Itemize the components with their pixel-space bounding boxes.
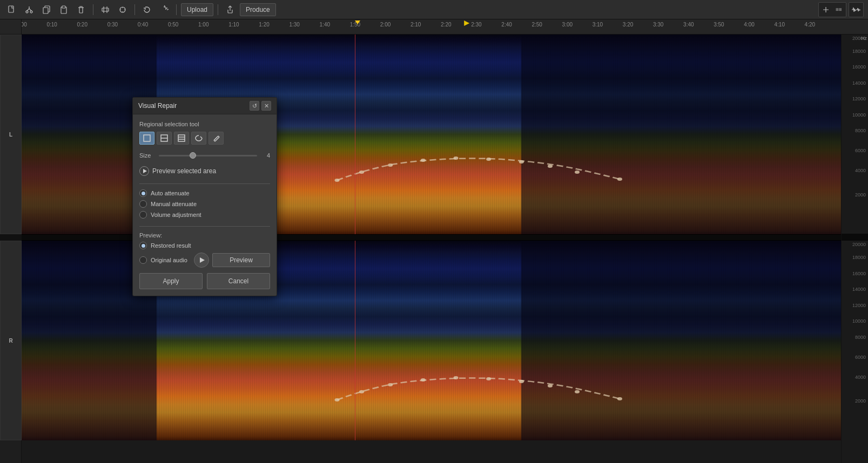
preview-section: Preview: Restored result Original audio … xyxy=(139,232,270,268)
freq-scale-sep xyxy=(842,234,868,241)
freq-6000: 6000 xyxy=(855,148,866,153)
ruler-tick-16: 2:40 xyxy=(501,22,512,28)
track-L-dark-right xyxy=(521,35,841,234)
size-label: Size xyxy=(139,152,154,159)
ruler-tick-0: 0:00 xyxy=(22,22,27,28)
main-area: L R xyxy=(0,35,868,463)
ruler-tick-1: 0:10 xyxy=(46,22,57,28)
preview-play-button[interactable] xyxy=(194,253,209,268)
ruler-tick-14: 2:20 xyxy=(441,22,451,28)
toolbar: Upload Produce ≡≡ xyxy=(0,0,868,19)
preview-controls-row: Original audio Preview xyxy=(139,253,270,268)
cancel-button[interactable]: Cancel xyxy=(207,273,270,289)
dialog-controls: ↺ ✕ xyxy=(250,101,271,111)
svg-rect-41 xyxy=(178,135,185,141)
freq-R-18000: 18000 xyxy=(852,255,866,260)
dialog-collapse-button[interactable]: ↺ xyxy=(250,101,259,111)
radio-restored-circle xyxy=(139,242,147,249)
tool-buttons xyxy=(139,132,270,145)
svg-line-3 xyxy=(27,9,29,11)
freq-16000: 16000 xyxy=(852,64,866,70)
tool-rect-button[interactable] xyxy=(139,132,154,145)
ruler-tick-2: 0:20 xyxy=(77,22,88,28)
ruler-tick-21: 3:30 xyxy=(653,22,663,28)
trim-button[interactable] xyxy=(98,2,113,17)
radio-volume-adjust[interactable]: Volume adjustment xyxy=(139,211,270,219)
dialog-titlebar[interactable]: Visual Repair ↺ ✕ xyxy=(133,98,277,114)
svg-point-19 xyxy=(359,171,364,174)
svg-point-21 xyxy=(421,159,426,162)
svg-point-2 xyxy=(30,11,32,13)
svg-line-48 xyxy=(214,140,215,141)
freq-unit: Hz xyxy=(861,36,867,41)
tool-rect3-button[interactable] xyxy=(174,132,189,145)
end-marker xyxy=(464,21,469,26)
svg-line-44 xyxy=(200,137,202,138)
svg-line-4 xyxy=(29,9,31,11)
ruler-tick-25: 4:10 xyxy=(774,22,784,28)
radio-original-circle xyxy=(139,256,147,264)
produce-button[interactable]: Produce xyxy=(240,3,276,16)
preview-section-label: Preview: xyxy=(139,232,270,239)
freq-R-4000: 4000 xyxy=(855,375,866,380)
freq-18000: 18000 xyxy=(852,49,866,54)
track-L-playhead xyxy=(355,35,355,234)
radio-restored-label: Restored result xyxy=(151,242,191,249)
track-R-dark-right xyxy=(521,241,841,440)
freq-12000: 12000 xyxy=(852,96,866,101)
track-label-R[interactable]: R xyxy=(0,241,22,440)
dialog-close-button[interactable]: ✕ xyxy=(261,101,271,111)
radio-auto-attenuate[interactable]: Auto attenuate xyxy=(139,189,270,197)
svg-rect-9 xyxy=(62,6,65,8)
preview-text-button[interactable]: Preview xyxy=(212,253,270,267)
svg-line-45 xyxy=(214,136,218,140)
track-R-playhead xyxy=(355,241,355,440)
tool-lasso-button[interactable] xyxy=(191,132,206,145)
preview-radio-group: Restored result Original audio Preview xyxy=(139,242,270,268)
freq-R-20000: 20000 xyxy=(852,242,866,247)
share-button[interactable] xyxy=(223,2,238,17)
copy-button[interactable] xyxy=(39,2,54,17)
freq-view-button[interactable]: ≡≡ xyxy=(833,4,845,16)
freq-R-16000: 16000 xyxy=(852,271,866,276)
freq-8000: 8000 xyxy=(855,128,866,133)
waveform-button[interactable] xyxy=(850,4,862,16)
ruler-tick-23: 3:50 xyxy=(714,22,724,28)
svg-point-1 xyxy=(26,11,28,13)
svg-point-31 xyxy=(421,378,426,382)
timeline-ruler[interactable]: 0:00 0:10 0:20 0:30 0:40 0:50 1:00 1:10 … xyxy=(0,19,868,35)
track-label-L[interactable]: L xyxy=(0,35,22,234)
divider-1 xyxy=(139,183,270,184)
upload-button[interactable]: Upload xyxy=(181,3,213,16)
waveform-controls xyxy=(849,2,864,17)
freq-scale-L: 20000 18000 16000 14000 12000 10000 8000… xyxy=(842,35,868,234)
attenuation-group: Auto attenuate Manual attenuate Volume a… xyxy=(139,189,270,219)
tool-brush-button[interactable] xyxy=(208,132,224,145)
delete-button[interactable] xyxy=(73,2,89,17)
new-button[interactable] xyxy=(4,2,19,17)
undo-button[interactable] xyxy=(139,2,154,17)
size-slider[interactable] xyxy=(159,155,257,156)
svg-point-32 xyxy=(453,376,458,379)
svg-point-29 xyxy=(359,390,364,393)
freq-2000: 2000 xyxy=(855,192,866,198)
radio-auto-circle xyxy=(139,189,147,197)
tool-rect2-button[interactable] xyxy=(157,132,172,145)
radio-restored[interactable]: Restored result xyxy=(139,242,270,249)
paste-button[interactable] xyxy=(56,2,71,17)
cut-button[interactable] xyxy=(22,2,37,17)
svg-rect-10 xyxy=(102,8,109,11)
apply-button[interactable]: Apply xyxy=(139,273,203,289)
zoom-in-button[interactable] xyxy=(820,4,832,16)
preview-area-control[interactable]: Preview selected area xyxy=(139,166,270,176)
frequency-scale: 20000 18000 16000 14000 12000 10000 8000… xyxy=(841,35,868,463)
radio-volume-label: Volume adjustment xyxy=(151,212,201,218)
fx-button[interactable] xyxy=(115,2,130,17)
radio-manual-attenuate[interactable]: Manual attenuate xyxy=(139,200,270,208)
zoom-controls: ≡≡ xyxy=(818,2,846,17)
radio-original[interactable]: Original audio xyxy=(139,256,191,264)
svg-rect-7 xyxy=(43,8,48,13)
freq-R-6000: 6000 xyxy=(855,355,866,360)
redo-button[interactable] xyxy=(157,2,172,17)
preview-area-label: Preview selected area xyxy=(152,167,216,175)
